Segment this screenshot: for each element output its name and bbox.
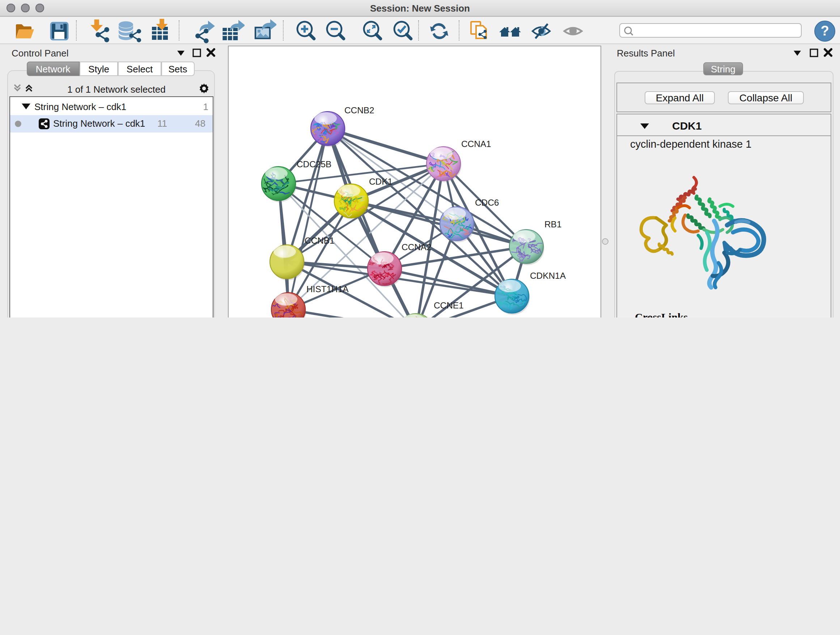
svg-text:CCNB2: CCNB2 [344,105,374,115]
svg-text:CDKN1A: CDKN1A [530,271,566,280]
svg-text:CDC25B: CDC25B [297,159,332,169]
svg-text:CCNA1: CCNA1 [461,139,491,149]
svg-text:CDK1: CDK1 [369,176,393,186]
svg-text:HIST1H1A: HIST1H1A [306,284,349,294]
svg-text:RB1: RB1 [545,219,561,229]
svg-text:?: ? [821,23,829,38]
svg-text:CCNA2: CCNA2 [401,242,431,252]
svg-text:CDC6: CDC6 [475,197,499,207]
svg-text:CCNB1: CCNB1 [305,235,335,245]
svg-text:CCNE1: CCNE1 [434,300,464,310]
